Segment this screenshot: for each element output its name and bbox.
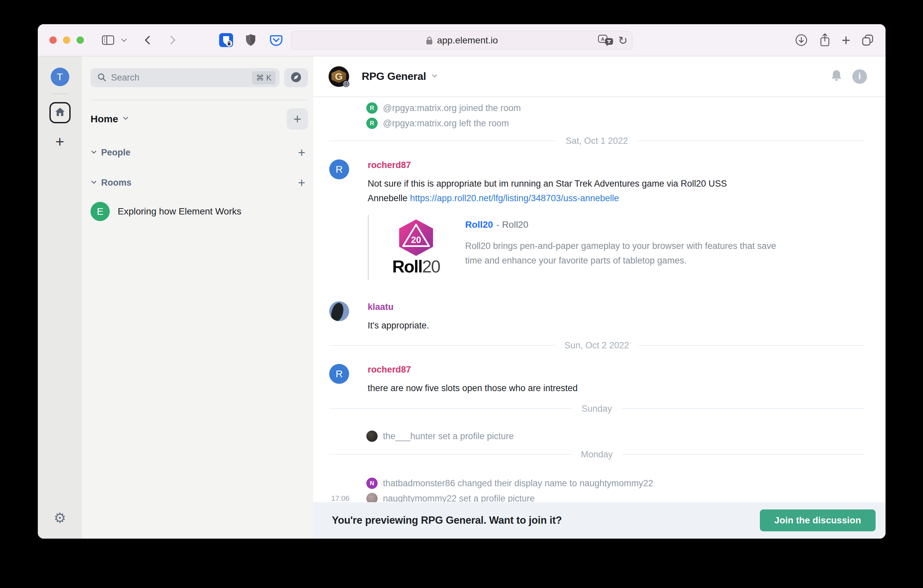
sidebar-toggle-icon[interactable] [101,33,115,48]
message-rocherd87: R rocherd87 Not sure if this is appropri… [329,159,864,280]
event-avatar[interactable]: N [366,478,378,489]
notifications-bell-icon[interactable] [830,69,843,84]
settings-gear-icon[interactable]: ⚙ [54,510,66,526]
event-text: thatbadmonster86 changed their display n… [383,478,653,489]
translate-icon[interactable]: A [598,34,614,47]
url-text: app.element.io [437,35,498,46]
people-label: People [101,148,131,158]
pocket-extension-icon[interactable] [269,33,284,47]
house-icon [54,107,66,119]
home-header[interactable]: Home + [90,108,308,130]
add-room-button[interactable]: + [298,176,305,190]
room-menu-chevron-icon[interactable] [431,72,439,81]
room-list-panel: ⌘ K Home + People [82,56,313,539]
message-text: Not sure if this is appropriate but im r… [368,176,765,205]
spaces-rail: T + ⚙ [38,56,82,539]
svg-text:20: 20 [411,235,421,245]
back-button[interactable] [141,33,153,47]
downloads-icon[interactable] [794,33,808,47]
rooms-section-header[interactable]: Rooms + [90,176,308,190]
home-label: Home [90,113,118,125]
timestamp: 17:06 [331,494,362,502]
room-title: RPG General [362,70,426,82]
message-text: It's appropriate. [368,318,429,333]
sender-avatar[interactable]: R [329,159,349,179]
preview-title-link[interactable]: Roll20 [465,219,493,230]
date-separator: Sun, Oct 2 2022 [329,337,864,354]
lock-icon [426,36,433,45]
tab-overview-icon[interactable] [861,33,875,48]
event-text: naughtymommy22 set a profile picture [383,494,535,502]
traffic-lights [49,36,84,44]
close-window-button[interactable] [49,36,57,44]
room-info-icon[interactable]: i [852,69,867,84]
event-avatar[interactable]: R [366,102,378,114]
address-bar[interactable]: app.element.io A ↻ [291,31,632,50]
compass-icon [290,71,302,85]
browser-window: app.element.io A ↻ + T [38,24,885,539]
panel-divider [90,100,308,100]
preview-title: Roll20- Roll20 [465,218,783,230]
roll20-logo: 20 Roll20 [383,218,449,276]
message-timeline: R @rpgya:matrix.org joined the room R @r… [313,97,885,502]
event-left: R @rpgya:matrix.org left the room [366,116,864,131]
chevron-down-icon [90,179,97,187]
room-header-avatar[interactable]: G [328,66,349,87]
user-avatar[interactable]: T [51,67,69,86]
add-people-button[interactable]: + [298,146,305,160]
message-text: there are now five slots open those who … [368,381,578,396]
browser-toolbar: app.element.io A ↻ + [38,24,885,56]
sender-name[interactable]: rocherd87 [368,365,578,375]
zoom-window-button[interactable] [77,36,84,44]
sender-avatar[interactable]: R [329,364,349,384]
join-discussion-button[interactable]: Join the discussion [760,509,875,531]
date-separator: Sat, Oct 1 2022 [329,132,864,149]
url-preview-card: 20 Roll20 Roll20- Roll20 Roll20 brings p… [368,215,783,280]
minimize-window-button[interactable] [63,36,70,44]
home-space-button[interactable] [49,102,71,123]
reload-icon[interactable]: ↻ [618,34,628,47]
chevron-down-icon [122,115,129,123]
search-input[interactable] [111,72,247,83]
event-avatar[interactable]: R [366,118,378,129]
chevron-down-icon [90,149,97,157]
room-list-item[interactable]: E Exploring how Element Works [90,202,308,221]
date-separator: Monday [329,446,864,463]
add-button[interactable]: + [287,108,308,130]
message-rocherd87-2: R rocherd87 there are now five slots ope… [329,364,864,396]
event-joined: R @rpgya:matrix.org joined the room [366,100,864,116]
forward-button[interactable] [167,33,179,47]
new-tab-icon[interactable]: + [841,33,851,48]
share-icon[interactable] [818,33,831,48]
people-section-header[interactable]: People + [90,146,308,160]
sender-avatar[interactable] [329,301,349,321]
event-avatar[interactable] [366,430,378,442]
chat-column: G RPG General i R @rpgya:mat [313,56,885,539]
privacy-shield-extension-icon[interactable] [244,33,257,47]
event-avatar[interactable] [366,493,378,502]
sender-name[interactable]: klaatu [368,302,429,312]
room-preview-bar: You're previewing RPG General. Want to j… [313,502,885,539]
event-profile-picture-2: 17:06 naughtymommy22 set a profile pictu… [366,491,864,502]
rail-divider [51,94,69,94]
search-input-wrapper[interactable]: ⌘ K [90,68,279,87]
message-link[interactable]: https://app.roll20.net/lfg/listing/34870… [410,193,619,203]
roll20-wordmark: Roll20 [392,257,440,276]
create-space-button[interactable]: + [55,133,64,151]
room-name: Exploring how Element Works [118,206,241,217]
message-klaatu: klaatu It's appropriate. [329,301,864,333]
sender-name[interactable]: rocherd87 [368,160,783,170]
event-text: @rpgya:matrix.org left the room [383,118,509,129]
explore-rooms-button[interactable] [284,68,308,87]
rooms-label: Rooms [101,177,131,188]
room-header: G RPG General i [313,56,885,97]
search-icon [97,72,107,83]
sidebar-chevron-down-icon[interactable] [120,36,128,44]
room-avatar: E [90,202,110,221]
d20-die-icon: 20 [396,218,436,257]
event-text: @rpgya:matrix.org joined the room [383,103,521,113]
event-text: the___hunter set a profile picture [383,431,514,442]
password-manager-extension-icon[interactable] [219,33,233,47]
date-separator: Sunday [329,400,864,417]
preview-prompt: You're previewing RPG General. Want to j… [332,514,562,526]
